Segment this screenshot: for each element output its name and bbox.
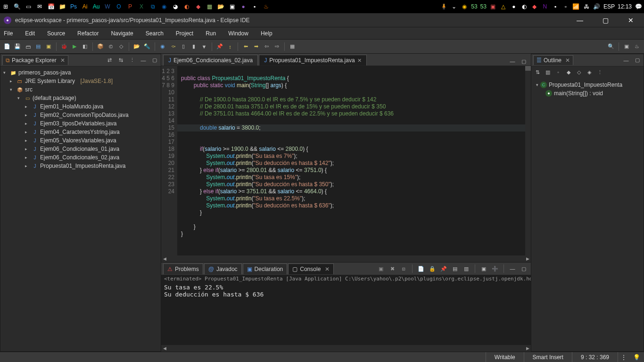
- tray-icon[interactable]: ◆: [531, 3, 538, 10]
- java-file-node[interactable]: ▸JEjem06_Condicionales_02.java: [1, 153, 160, 162]
- outline-tab[interactable]: ☰ Outline ✕: [533, 55, 573, 65]
- project-node[interactable]: ▾📁 primeros_pasos-java: [1, 68, 160, 77]
- outline-method-node[interactable]: ● main(String[]) : void: [533, 89, 642, 98]
- start-icon[interactable]: ⊞: [2, 3, 9, 10]
- tray-icon[interactable]: ▫: [562, 3, 570, 10]
- open-console-icon[interactable]: ▣: [479, 264, 488, 273]
- open-perspective-icon[interactable]: ▣: [622, 42, 631, 51]
- open-type-icon[interactable]: 📂: [132, 42, 141, 51]
- chevron-down-icon[interactable]: ⌄: [450, 3, 458, 10]
- close-icon[interactable]: ✕: [565, 57, 570, 64]
- app-icon[interactable]: ▦: [206, 3, 213, 10]
- onenote-icon[interactable]: N: [541, 3, 549, 10]
- step-icon[interactable]: ▮: [190, 42, 198, 51]
- console-hscroll[interactable]: ◀▶: [161, 345, 531, 352]
- nav-icon[interactable]: ↕: [226, 42, 234, 51]
- back-icon[interactable]: ⬅: [241, 42, 250, 51]
- minimize-view-icon[interactable]: —: [139, 56, 148, 65]
- eclipse-icon[interactable]: ●: [239, 3, 247, 10]
- tray-icon[interactable]: 🧍: [440, 3, 447, 10]
- keyboard-lang[interactable]: ESP: [603, 3, 615, 10]
- editor-tab[interactable]: J Ejem06_Condicionales_02.java: [163, 55, 258, 66]
- hide-local-icon[interactable]: ◈: [585, 68, 594, 76]
- menu-search[interactable]: Search: [144, 29, 165, 38]
- new-package-icon[interactable]: 📦: [96, 42, 105, 51]
- code-content[interactable]: public class Propuesta01_ImpuestoRenta {…: [177, 66, 531, 255]
- wifi-icon[interactable]: 📶: [572, 3, 580, 10]
- word-icon[interactable]: W: [104, 3, 111, 10]
- tab-console[interactable]: ▢Console✕: [288, 263, 334, 274]
- save-icon[interactable]: 💾: [13, 42, 22, 51]
- firefox-icon[interactable]: ◐: [183, 3, 190, 10]
- outlook-icon[interactable]: O: [115, 3, 123, 10]
- illustrator-icon[interactable]: Ai: [81, 3, 89, 10]
- editor-tab-active[interactable]: J Propuesta01_ImpuestoRenta.java ✕: [259, 55, 366, 66]
- file-explorer-icon[interactable]: 📁: [58, 3, 66, 10]
- app-icon[interactable]: ◆: [194, 3, 202, 10]
- tray-icon[interactable]: ◐: [520, 3, 528, 10]
- package-explorer-tab[interactable]: ⧉ Package Explorer ✕: [2, 55, 68, 65]
- collapse-icon[interactable]: ⇄: [105, 56, 114, 65]
- folder-icon[interactable]: 📂: [217, 3, 224, 10]
- hide-nonpublic-icon[interactable]: ◇: [575, 68, 583, 76]
- java-file-node[interactable]: ▸JEjem05_ValoresVariables.java: [1, 136, 160, 145]
- minimize-button[interactable]: —: [570, 16, 589, 24]
- minimize-editor-icon[interactable]: —: [508, 57, 517, 66]
- tab-declaration[interactable]: ▣Declaration: [243, 263, 288, 274]
- minimize-view-icon[interactable]: —: [622, 56, 630, 65]
- build-icon[interactable]: ▣: [44, 42, 53, 51]
- mail-icon[interactable]: ✉: [36, 3, 43, 10]
- chrome-icon[interactable]: ◕: [172, 3, 179, 10]
- app-icon[interactable]: ▣: [228, 3, 236, 10]
- java-file-node[interactable]: ▸JEjem03_tiposDeVariables.java: [1, 119, 160, 128]
- task-view-icon[interactable]: ▭: [25, 3, 32, 10]
- tab-problems[interactable]: ⚠Problems: [163, 263, 203, 274]
- hide-fields-icon[interactable]: ◦: [554, 68, 562, 76]
- link-icon[interactable]: ⇆: [116, 56, 125, 65]
- menu-navigate[interactable]: Navigate: [109, 29, 135, 38]
- console-output[interactable]: Su tasa es 22.5% Su deducción es hasta $…: [161, 283, 531, 345]
- tray-icon[interactable]: ▪: [552, 3, 559, 10]
- perspective-icon[interactable]: ▦: [288, 42, 297, 51]
- forward-icon[interactable]: ➡: [252, 42, 260, 51]
- tray-icon[interactable]: ●: [510, 3, 518, 10]
- remove-icon[interactable]: ✖: [388, 264, 396, 273]
- maximize-editor-icon[interactable]: ▢: [520, 57, 528, 66]
- menu-refactor[interactable]: Refactor: [75, 29, 100, 38]
- coverage-icon[interactable]: ◧: [81, 42, 89, 51]
- menu-window[interactable]: Window: [226, 29, 250, 38]
- photoshop-icon[interactable]: Ps: [70, 3, 77, 10]
- minimize-view-icon[interactable]: —: [508, 264, 517, 273]
- terminate-icon[interactable]: ▣: [377, 264, 385, 273]
- scroll-right-icon[interactable]: ▶: [524, 256, 531, 261]
- pin-console-icon[interactable]: 📌: [439, 264, 448, 273]
- network-icon[interactable]: 🖧: [583, 3, 590, 10]
- audition-icon[interactable]: Au: [92, 3, 100, 10]
- forward-history-icon[interactable]: ⇨: [272, 42, 281, 51]
- maximize-view-icon[interactable]: ▢: [520, 264, 528, 273]
- java-icon[interactable]: ♨: [262, 3, 270, 10]
- new-class-icon[interactable]: ©: [107, 42, 115, 51]
- hide-static-icon[interactable]: ◆: [564, 68, 573, 76]
- sort-icon[interactable]: ⇅: [533, 68, 542, 76]
- menu-source[interactable]: Source: [45, 29, 67, 38]
- toggle-icon[interactable]: ▤: [34, 42, 42, 51]
- editor-hscroll[interactable]: ◀ ▶: [161, 255, 531, 262]
- terminal-icon[interactable]: ▪: [251, 3, 258, 10]
- close-icon[interactable]: ✕: [357, 58, 362, 64]
- notifications-icon[interactable]: 💬: [635, 3, 642, 10]
- filter-icon[interactable]: ▥: [544, 68, 552, 76]
- clear-icon[interactable]: 📄: [417, 264, 425, 273]
- volume-icon[interactable]: 🔊: [593, 3, 601, 10]
- menu-file[interactable]: File: [2, 29, 15, 38]
- drive-icon[interactable]: △: [500, 3, 507, 10]
- display-icon[interactable]: ▤: [451, 264, 459, 273]
- new-icon[interactable]: 📄: [3, 42, 11, 51]
- menu-run[interactable]: Run: [204, 29, 218, 38]
- remove-all-icon[interactable]: ⦻: [399, 264, 408, 273]
- breakpoint-icon[interactable]: ◉: [158, 42, 167, 51]
- clock[interactable]: 12:13: [618, 3, 632, 10]
- close-button[interactable]: ✕: [621, 16, 640, 24]
- view-menu-icon[interactable]: ⋮: [595, 68, 604, 76]
- scroll-left-icon[interactable]: ◀: [161, 256, 168, 261]
